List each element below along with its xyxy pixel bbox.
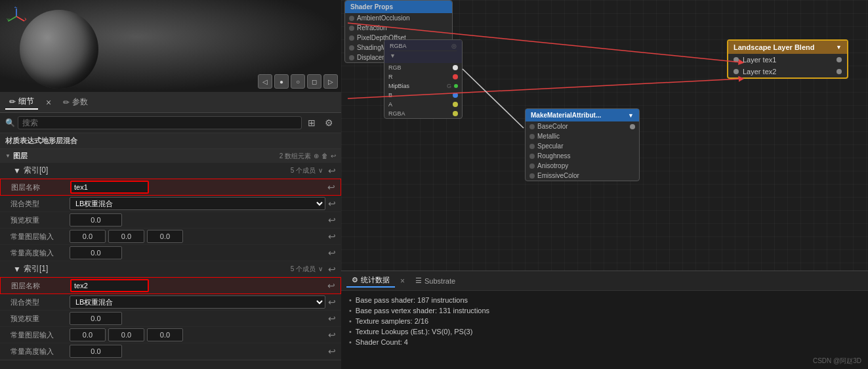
layer-name-input-1[interactable] xyxy=(70,279,149,292)
tab-details-close[interactable]: × xyxy=(46,97,51,108)
const-layer-z-0[interactable] xyxy=(147,230,183,243)
add-layer-icon[interactable]: ⊕ xyxy=(314,152,319,160)
pin-refraction xyxy=(349,26,354,31)
blend-type-reset-0[interactable]: ↩ xyxy=(328,198,336,209)
tab-params[interactable]: ✏ 参数 xyxy=(59,95,92,109)
preview-weight-reset-0[interactable]: ↩ xyxy=(328,215,336,225)
viewport-3d: Z X Y ◁ ● ○ ◻ ▷ xyxy=(0,0,341,92)
layer-name-value-0 xyxy=(70,181,325,194)
tab-substrate[interactable]: ☰ Substrate xyxy=(410,275,461,286)
pin-roughness xyxy=(529,154,535,159)
index0-reset[interactable]: ↩ xyxy=(328,165,336,176)
svg-line-4 xyxy=(9,16,16,21)
const-layer-value-1 xyxy=(70,328,325,341)
sphere-object xyxy=(20,10,98,89)
tex-pin-rgba: RGBA xyxy=(384,109,462,118)
const-layer-reset-1[interactable]: ↩ xyxy=(328,330,336,340)
const-height-row-1: 常量高度输入 ↩ xyxy=(0,343,341,360)
landscape-blend-node: Landscape Layer Blend ▼ Layer tex1 Layer… xyxy=(727,39,848,79)
viewport-btn-3[interactable]: ○ xyxy=(291,74,305,89)
const-layer-y-0[interactable] xyxy=(108,230,144,243)
const-height-reset-1[interactable]: ↩ xyxy=(328,346,336,357)
const-layer-x-0[interactable] xyxy=(70,230,106,243)
const-layer-row-0: 常量图层输入 ↩ xyxy=(0,228,341,245)
search-input[interactable] xyxy=(18,116,302,129)
pin-metallic xyxy=(529,134,535,139)
const-height-value-1 xyxy=(70,345,325,358)
blend-type-select-1[interactable]: LB权重混合 xyxy=(70,295,325,309)
blend-type-select-0[interactable]: LB权重混合 xyxy=(70,197,325,210)
svg-line-10 xyxy=(463,69,524,128)
tab-stats-label: 统计数据 xyxy=(361,275,390,285)
stat-1: • Base pass vertex shader: 131 instructi… xyxy=(349,305,860,316)
layer-name-row-1: 图层名称 ↩ xyxy=(0,277,341,294)
const-height-input-0[interactable] xyxy=(70,246,122,259)
layer-name-input-0[interactable] xyxy=(70,181,149,194)
blend-type-row-1: 混合类型 LB权重混合 ↩ xyxy=(0,294,341,311)
lbn-pin-right-1 xyxy=(837,57,842,62)
settings-icon-btn[interactable]: ⚙ xyxy=(321,116,336,130)
props-panel: ✏ 细节 × ✏ 参数 🔍 ⊞ ⚙ 材质表达式地形层混合 xyxy=(0,92,341,369)
index1-reset[interactable]: ↩ xyxy=(328,264,336,274)
svg-line-2 xyxy=(16,16,24,21)
pin-a xyxy=(453,102,458,107)
stat-4: • Shader Count: 4 xyxy=(349,337,860,347)
tab-params-label: 参数 xyxy=(72,97,88,108)
delete-layer-icon[interactable]: 🗑 xyxy=(321,152,328,160)
layers-count: 2 数组元素 ⊕ 🗑 ↩ xyxy=(279,152,336,161)
preview-weight-input-0[interactable] xyxy=(70,213,122,227)
pin-shading xyxy=(349,45,354,51)
pin-emissive xyxy=(529,173,535,179)
viewport-btn-4[interactable]: ◻ xyxy=(307,74,321,89)
pin-basecolor xyxy=(529,124,535,129)
tex-pin-r: R xyxy=(384,72,462,81)
substrate-icon: ☰ xyxy=(415,276,422,285)
lbn-pin-left-2 xyxy=(734,69,739,74)
tab-details-label: 细节 xyxy=(18,96,34,107)
const-layer-reset-0[interactable]: ↩ xyxy=(328,231,336,242)
pin-specular xyxy=(529,144,535,149)
viewport-btn-2[interactable]: ● xyxy=(274,74,289,89)
const-layer-x-1[interactable] xyxy=(70,328,106,341)
tex-node: RGBA ◎ ▼ RGB R MipBias G B xyxy=(384,39,463,119)
preview-weight-reset-1[interactable]: ↩ xyxy=(328,313,336,324)
pin-rgb xyxy=(453,65,458,70)
index0-header[interactable]: ▼ 索引[0] 5 个成员 ∨ ↩ xyxy=(0,163,341,179)
preview-weight-label-0: 预览权重 xyxy=(10,215,70,225)
mma-pin-basecolor: BaseColor xyxy=(526,121,639,131)
index1-label: 索引[1] xyxy=(24,263,48,274)
viewport-btn-5[interactable]: ▷ xyxy=(323,74,338,89)
search-icon: 🔍 xyxy=(5,118,15,127)
preview-weight-row-1: 预览权重 ↩ xyxy=(0,311,341,327)
mma-header: MakeMaterialAttribut... ▼ xyxy=(526,109,639,121)
preview-weight-input-1[interactable] xyxy=(70,312,122,325)
make-material-node: MakeMaterialAttribut... ▼ BaseColor Meta… xyxy=(525,108,640,181)
stats-tab-close[interactable]: × xyxy=(400,276,405,286)
const-layer-label-1: 常量图层输入 xyxy=(10,330,70,340)
viewport-btn-1[interactable]: ◁ xyxy=(258,74,272,89)
pencil-icon-2: ✏ xyxy=(63,98,70,107)
grid-icon-btn[interactable]: ⊞ xyxy=(304,116,319,130)
layer-name-reset-0[interactable]: ↩ xyxy=(327,182,335,192)
layer-name-row-0: 图层名称 ↩ xyxy=(0,179,341,196)
stats-panel: ⚙ 统计数据 × ☰ Substrate • Base pass shader:… xyxy=(341,271,868,369)
const-layer-value-0 xyxy=(70,230,325,243)
shader-pin-refraction: Refraction xyxy=(345,23,452,33)
layer-name-value-1 xyxy=(70,279,325,292)
const-height-input-1[interactable] xyxy=(70,345,122,358)
tab-stats[interactable]: ⚙ 统计数据 xyxy=(346,274,395,288)
tab-details[interactable]: ✏ 细节 xyxy=(5,95,38,110)
blend-type-reset-1[interactable]: ↩ xyxy=(328,297,336,307)
mma-pin-specular: Specular xyxy=(526,141,639,151)
const-height-reset-0[interactable]: ↩ xyxy=(328,248,336,258)
node-editor[interactable]: Shader Props AmbientOcclusion Refraction… xyxy=(341,0,868,369)
layers-group-header[interactable]: ▼ 图层 2 数组元素 ⊕ 🗑 ↩ xyxy=(0,149,341,163)
axis-indicator: Z X Y xyxy=(7,7,26,26)
const-layer-z-1[interactable] xyxy=(147,328,183,341)
reset-layers-icon[interactable]: ↩ xyxy=(331,152,336,160)
const-layer-y-1[interactable] xyxy=(108,328,144,341)
mma-pin-emissive: EmissiveColor xyxy=(526,171,639,181)
layer-name-reset-1[interactable]: ↩ xyxy=(327,280,335,291)
const-layer-label-0: 常量图层输入 xyxy=(10,232,70,242)
index1-header[interactable]: ▼ 索引[1] 5 个成员 ∨ ↩ xyxy=(0,261,341,277)
